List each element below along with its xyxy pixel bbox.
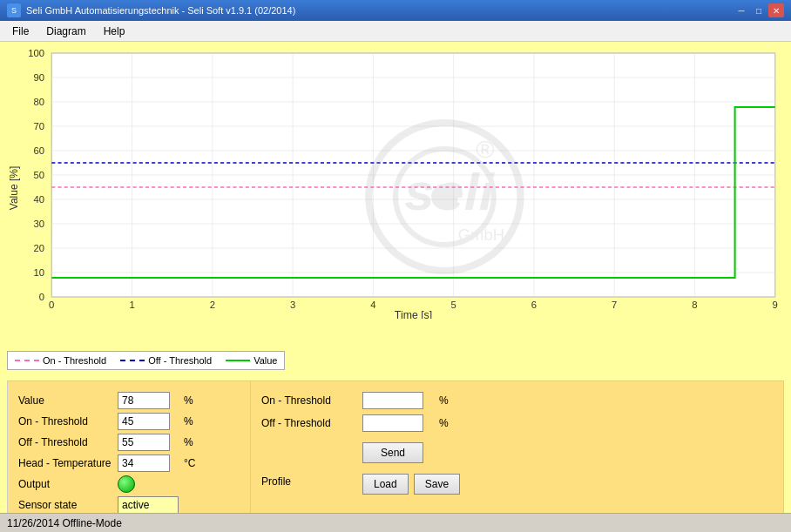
right-on-threshold-label: On - Threshold [261, 394, 357, 407]
window-title: Seli GmbH Automatisierungstechnik - Seli… [26, 5, 295, 16]
sensor-state-label: Sensor state [18, 499, 114, 511]
svg-text:0: 0 [39, 292, 44, 302]
svg-text:6: 6 [531, 300, 537, 310]
value-unit: % [182, 394, 208, 407]
output-label: Output [18, 478, 114, 490]
svg-text:60: 60 [34, 145, 45, 156]
svg-text:10: 10 [34, 267, 45, 278]
right-off-threshold-input[interactable] [362, 414, 423, 432]
svg-text:0: 0 [49, 300, 54, 310]
svg-text:80: 80 [34, 97, 45, 107]
status-text: 11/26/2014 Offline-Mode [7, 517, 122, 529]
off-threshold-unit: % [182, 436, 208, 448]
svg-text:9: 9 [773, 300, 778, 310]
right-grid: On - Threshold % Off - Threshold % Send … [261, 392, 773, 495]
chart-legend: On - Threshold Off - Threshold Value [7, 351, 285, 370]
svg-text:2: 2 [210, 300, 215, 310]
svg-text:seli: seli [404, 163, 495, 221]
head-temp-label: Head - Temperature [18, 457, 114, 469]
on-threshold-label: On - Threshold [18, 415, 114, 428]
off-threshold-input[interactable] [118, 434, 170, 451]
svg-text:8: 8 [692, 300, 697, 310]
controls-area: Value % On - Threshold % Off - Threshold… [0, 374, 791, 532]
on-threshold-line-icon [15, 360, 39, 361]
left-panel: Value % On - Threshold % Off - Threshold… [7, 380, 251, 525]
head-temp-input[interactable] [118, 455, 170, 472]
value-input[interactable] [118, 392, 170, 409]
right-off-threshold-label: Off - Threshold [261, 417, 357, 429]
chart-container: 100 90 80 70 60 50 40 30 20 10 0 0 1 2 3… [0, 42, 791, 347]
svg-text:5: 5 [451, 300, 456, 310]
profile-label: Profile [261, 475, 357, 488]
head-temp-unit: °C [182, 457, 208, 469]
menu-bar: File Diagram Help [0, 21, 791, 42]
svg-text:®: ® [476, 135, 494, 163]
value-line-icon [226, 360, 250, 361]
svg-text:20: 20 [34, 243, 45, 253]
maximize-button[interactable]: □ [751, 3, 767, 17]
legend-on-threshold-label: On - Threshold [43, 355, 106, 366]
right-on-threshold-unit: % [437, 394, 463, 407]
output-indicator [118, 475, 135, 493]
send-button[interactable]: Send [362, 442, 423, 463]
load-button[interactable]: Load [362, 474, 409, 495]
sensor-state-value: active [118, 496, 179, 514]
svg-text:Time [s]: Time [s] [395, 309, 432, 319]
on-threshold-unit: % [182, 415, 208, 428]
svg-text:Value [%]: Value [%] [8, 166, 20, 210]
status-bar: 11/26/2014 Offline-Mode [0, 513, 791, 532]
on-threshold-input[interactable] [118, 413, 170, 430]
svg-text:40: 40 [34, 194, 45, 205]
svg-text:50: 50 [34, 170, 45, 180]
legend-on-threshold: On - Threshold [15, 355, 106, 366]
app-icon: S [7, 3, 21, 17]
legend-off-threshold-label: Off - Threshold [148, 355, 212, 366]
minimize-button[interactable]: ─ [734, 3, 749, 17]
main-window: 100 90 80 70 60 50 40 30 20 10 0 0 1 2 3… [0, 42, 791, 532]
save-button[interactable]: Save [414, 474, 460, 495]
legend-value: Value [226, 355, 277, 366]
legend-off-threshold: Off - Threshold [120, 355, 212, 366]
off-threshold-line-icon [120, 360, 145, 361]
right-off-threshold-unit: % [437, 417, 463, 429]
menu-diagram[interactable]: Diagram [37, 24, 94, 39]
svg-text:70: 70 [34, 121, 45, 131]
chart-svg: 100 90 80 70 60 50 40 30 20 10 0 0 1 2 3… [7, 49, 784, 319]
legend-value-label: Value [254, 355, 277, 366]
svg-text:30: 30 [34, 219, 45, 229]
svg-text:90: 90 [34, 72, 45, 83]
right-panel: On - Threshold % Off - Threshold % Send … [251, 380, 784, 525]
value-label: Value [18, 394, 114, 407]
svg-text:GmbH: GmbH [458, 226, 504, 244]
right-on-threshold-input[interactable] [362, 392, 423, 409]
title-bar: S Seli GmbH Automatisierungstechnik - Se… [0, 0, 791, 21]
svg-text:4: 4 [370, 300, 375, 310]
menu-file[interactable]: File [3, 24, 37, 39]
off-threshold-label: Off - Threshold [18, 436, 114, 448]
svg-text:1: 1 [129, 300, 134, 310]
svg-text:7: 7 [612, 300, 617, 310]
close-button[interactable]: ✕ [768, 3, 784, 17]
svg-text:100: 100 [28, 49, 44, 58]
svg-text:3: 3 [290, 300, 295, 310]
profile-buttons: Load Save [362, 474, 432, 495]
menu-help[interactable]: Help [95, 24, 134, 39]
